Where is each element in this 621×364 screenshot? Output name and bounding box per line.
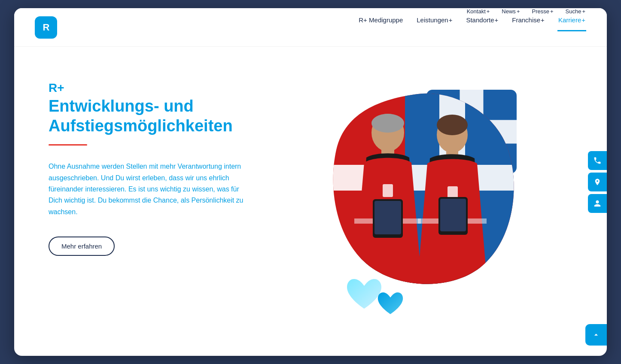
phone-icon [593, 156, 602, 165]
hero-label: R+ [49, 81, 272, 95]
hero-description: Ohne Ausnahme werden Stellen mit mehr Ve… [49, 161, 255, 218]
svg-rect-10 [374, 201, 401, 234]
nav-karriere[interactable]: Karriere+ [557, 16, 586, 31]
svg-rect-17 [440, 199, 466, 231]
location-icon [594, 178, 601, 186]
svg-rect-2 [319, 165, 517, 191]
nav-top-presse[interactable]: Presse+ [532, 8, 553, 15]
browser-window: R Kontakt+ News+ Presse+ Suche+ [14, 8, 607, 356]
mehr-erfahren-button[interactable]: Mehr erfahren [49, 237, 115, 256]
fab-buttons [588, 151, 607, 213]
nav-leistungen[interactable]: Leistungen+ [416, 16, 453, 31]
svg-rect-8 [383, 184, 393, 197]
nav-top-suche[interactable]: Suche+ [566, 8, 585, 15]
nav-main-row: R+ Medigruppe Leistungen+ Standorte+ Fra… [358, 16, 586, 31]
scroll-top-button[interactable] [585, 324, 607, 346]
nav-standorte[interactable]: Standorte+ [465, 16, 499, 31]
nav-top-news[interactable]: News+ [502, 8, 520, 15]
photo-blob-clip [319, 85, 517, 287]
logo[interactable]: R [35, 16, 57, 39]
nav-franchise[interactable]: Franchise+ [511, 16, 545, 31]
fab-person-button[interactable] [588, 194, 607, 213]
left-column: R+ Entwicklungs- und Aufstiegsmöglichkei… [49, 73, 272, 339]
nav-top-kontakt[interactable]: Kontakt+ [467, 8, 490, 15]
svg-point-12 [437, 115, 468, 135]
nav-medigruppe[interactable]: R+ Medigruppe [358, 16, 404, 31]
right-column [272, 73, 572, 339]
nav-links: Kontakt+ News+ Presse+ Suche+ R+ Medigru… [358, 8, 586, 31]
person-icon [594, 199, 601, 208]
red-divider [49, 144, 87, 146]
heart-2 [376, 291, 405, 317]
chevron-up-icon [592, 331, 600, 339]
nav-top-row: Kontakt+ News+ Presse+ Suche+ [467, 8, 586, 15]
hero-image-container [310, 85, 534, 326]
navbar: R Kontakt+ News+ Presse+ Suche+ [14, 8, 607, 47]
svg-point-5 [371, 114, 404, 133]
logo-text: R [43, 22, 49, 33]
main-content: R+ Entwicklungs- und Aufstiegsmöglichkei… [14, 47, 607, 356]
heart-decorations [345, 276, 405, 313]
hero-heading: Entwicklungs- und Aufstiegsmöglichkeiten [49, 97, 272, 136]
fab-phone-button[interactable] [588, 151, 607, 170]
fab-location-button[interactable] [588, 173, 607, 191]
